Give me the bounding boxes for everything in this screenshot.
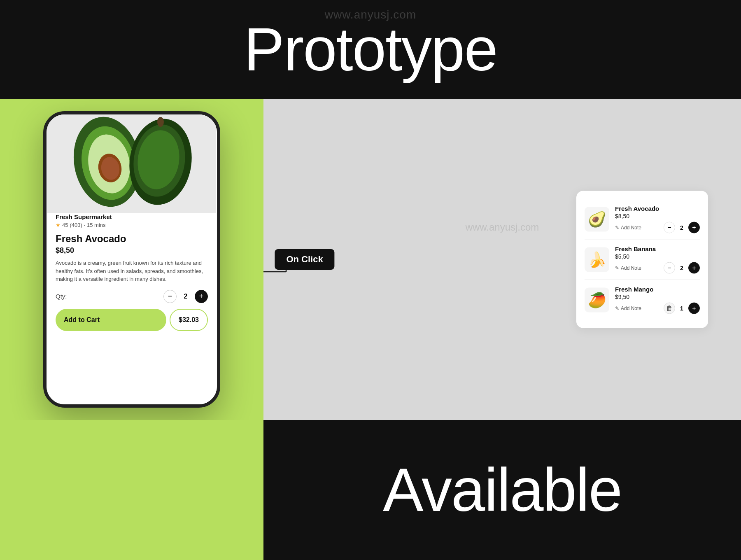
cart-item-name: Fresh Mango: [615, 286, 700, 293]
cart-item-image-mango: 🥭: [585, 287, 609, 312]
store-reviews: (403): [70, 222, 82, 228]
add-note-label: Add Note: [621, 265, 641, 271]
cart-item-price: $5,50: [615, 253, 700, 260]
cart-item-image-banana: 🍌: [585, 247, 609, 272]
cart-price-button[interactable]: $32.03: [170, 309, 208, 331]
pencil-icon: ✎: [615, 225, 619, 231]
page-title: Prototype: [244, 19, 497, 80]
cart-item-actions: ✎ Add Note − 2 +: [615, 262, 700, 274]
cart-item-price: $8,50: [615, 213, 700, 219]
cart-qty-increase-avocado[interactable]: +: [688, 222, 700, 233]
cart-qty-decrease-banana[interactable]: −: [664, 262, 675, 274]
store-rating: 45: [62, 222, 68, 228]
qty-value: 2: [181, 293, 191, 300]
cart-item-name: Fresh Banana: [615, 245, 700, 252]
cart-panel: 🥑 Fresh Avocado $8,50 ✎ Add Note − 2: [576, 191, 708, 328]
cart-qty-increase-banana[interactable]: +: [688, 262, 700, 274]
cart-qty-delete-mango[interactable]: 🗑: [664, 303, 675, 314]
cart-qty-controls-avocado[interactable]: − 2 +: [664, 222, 700, 233]
store-delivery: · 15 mins: [84, 222, 106, 228]
cart-item-name: Fresh Avocado: [615, 205, 700, 212]
watermark-mid: www.anyusj.com: [466, 222, 539, 233]
add-note-button-banana[interactable]: ✎ Add Note: [615, 265, 641, 271]
product-image-area: [47, 114, 217, 213]
add-note-label: Add Note: [621, 225, 641, 231]
add-to-cart-row[interactable]: Add to Cart $32.03: [56, 309, 208, 331]
bottom-row: Available: [0, 420, 741, 560]
cart-item-info: Fresh Banana $5,50 ✎ Add Note − 2 +: [615, 245, 700, 274]
pencil-icon: ✎: [615, 306, 619, 311]
right-panel: www.anyusj.com On Click 🥑 Fresh Avocado …: [263, 99, 741, 420]
cart-qty-controls-banana[interactable]: − 2 +: [664, 262, 700, 274]
cart-qty-value-banana: 2: [678, 265, 686, 271]
cart-item-price: $9,50: [615, 294, 700, 300]
cart-item-image-avocado: 🥑: [585, 207, 609, 231]
bottom-right-panel: Available: [263, 420, 741, 560]
product-title: Fresh Avocado: [56, 233, 208, 245]
cart-qty-controls-mango[interactable]: 🗑 1 +: [664, 303, 700, 314]
top-band: www.anyusj.com Prototype: [0, 0, 741, 99]
product-price: $8,50: [56, 246, 208, 255]
available-title: Available: [383, 455, 622, 525]
store-meta: ★ 45 (403) · 15 mins: [56, 222, 208, 228]
add-note-button-avocado[interactable]: ✎ Add Note: [615, 225, 641, 231]
cart-panel-container: 🥑 Fresh Avocado $8,50 ✎ Add Note − 2: [576, 191, 708, 328]
middle-row: Fresh Supermarket ★ 45 (403) · 15 mins F…: [0, 99, 741, 420]
bottom-left-panel: [0, 420, 263, 560]
qty-increase-button[interactable]: +: [195, 290, 208, 303]
phone-content: Fresh Supermarket ★ 45 (403) · 15 mins F…: [47, 213, 217, 338]
store-name: Fresh Supermarket: [56, 213, 208, 220]
phone-inner: Fresh Supermarket ★ 45 (403) · 15 mins F…: [47, 114, 217, 404]
add-note-button-mango[interactable]: ✎ Add Note: [615, 306, 641, 311]
cart-item-actions: ✎ Add Note − 2 +: [615, 222, 700, 233]
svg-point-9: [157, 117, 164, 127]
cart-item-actions: ✎ Add Note 🗑 1 +: [615, 303, 700, 314]
cart-qty-decrease-avocado[interactable]: −: [664, 222, 675, 233]
product-description: Avocado is a creamy, green fruit known f…: [56, 259, 208, 283]
cart-item: 🥑 Fresh Avocado $8,50 ✎ Add Note − 2: [585, 199, 700, 240]
cart-item-info: Fresh Avocado $8,50 ✎ Add Note − 2 +: [615, 205, 700, 233]
qty-label: Qty:: [56, 293, 67, 300]
qty-control[interactable]: − 2 +: [163, 290, 208, 303]
left-panel: Fresh Supermarket ★ 45 (403) · 15 mins F…: [0, 99, 263, 420]
cart-item: 🥭 Fresh Mango $9,50 ✎ Add Note 🗑 1: [585, 280, 700, 320]
on-click-label: On Click: [275, 249, 334, 270]
add-to-cart-button[interactable]: Add to Cart: [56, 309, 166, 331]
cart-item: 🍌 Fresh Banana $5,50 ✎ Add Note − 2: [585, 240, 700, 280]
cart-qty-increase-mango[interactable]: +: [688, 303, 700, 314]
quantity-row: Qty: − 2 +: [56, 290, 208, 303]
watermark-top: www.anyusj.com: [325, 8, 417, 21]
qty-decrease-button[interactable]: −: [163, 290, 177, 303]
star-icon: ★: [56, 222, 61, 228]
cart-qty-value-avocado: 2: [678, 224, 686, 231]
cart-item-info: Fresh Mango $9,50 ✎ Add Note 🗑 1 +: [615, 286, 700, 314]
add-note-label: Add Note: [621, 306, 641, 311]
pencil-icon: ✎: [615, 265, 619, 271]
on-click-container: On Click: [288, 255, 321, 264]
phone-mockup: Fresh Supermarket ★ 45 (403) · 15 mins F…: [43, 111, 220, 408]
cart-qty-value-mango: 1: [678, 305, 686, 312]
